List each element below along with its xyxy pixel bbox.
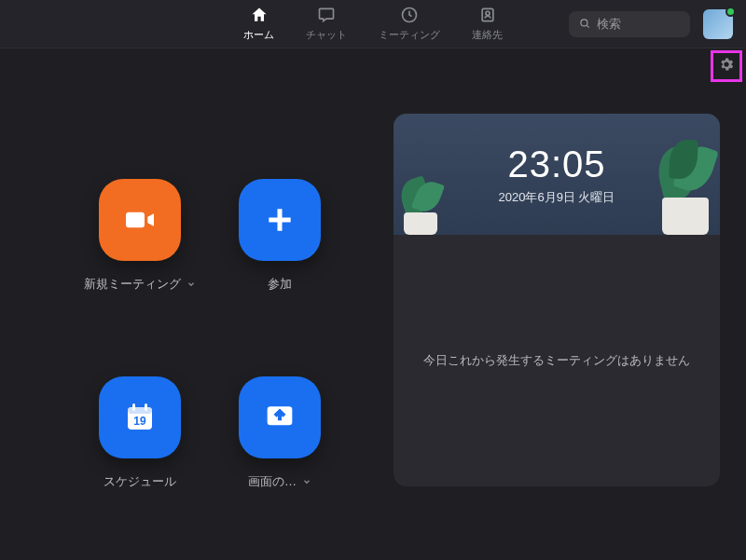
svg-rect-4 — [126, 212, 145, 228]
actions-area: 新規ミーティング 参加 19 スケジュール — [0, 48, 382, 560]
no-meetings-text: 今日これから発生するミーティングはありません — [423, 352, 690, 369]
svg-point-2 — [485, 11, 489, 15]
new-meeting-label: 新規ミーティング — [84, 276, 181, 293]
plus-icon — [239, 179, 321, 261]
svg-point-3 — [581, 19, 587, 25]
calendar-panel: 23:05 2020年6月9日 火曜日 今日これから発生するミーティングはありま… — [394, 114, 720, 486]
action-schedule[interactable]: 19 スケジュール — [84, 376, 196, 490]
calendar-hero: 23:05 2020年6月9日 火曜日 — [394, 114, 720, 235]
settings-button[interactable] — [711, 50, 742, 82]
svg-rect-7 — [132, 403, 135, 411]
share-icon — [239, 376, 321, 458]
tab-home[interactable]: ホーム — [243, 6, 274, 42]
tab-home-label: ホーム — [243, 28, 274, 42]
clock-icon — [400, 6, 419, 26]
tab-contacts-label: 連絡先 — [472, 28, 503, 42]
search-input[interactable]: 検索 — [569, 11, 690, 37]
home-icon — [250, 6, 269, 26]
calendar-day: 19 — [133, 415, 146, 428]
action-share-screen[interactable]: 画面の… — [224, 376, 336, 490]
share-label: 画面の… — [248, 473, 297, 490]
tab-meetings[interactable]: ミーティング — [379, 6, 440, 42]
action-new-meeting[interactable]: 新規ミーティング — [84, 179, 196, 293]
svg-rect-8 — [145, 403, 147, 411]
nav-tabs: ホーム チャット ミーティング 連絡先 — [243, 6, 503, 42]
contacts-icon — [478, 6, 497, 26]
schedule-label: スケジュール — [104, 473, 176, 490]
current-date: 2020年6月9日 火曜日 — [499, 189, 615, 206]
calendar-body: 今日これから発生するミーティングはありません — [394, 235, 720, 486]
gear-icon — [718, 56, 735, 76]
video-icon — [99, 179, 181, 261]
action-join[interactable]: 参加 — [224, 179, 336, 293]
chat-icon — [317, 6, 336, 26]
search-icon — [578, 17, 591, 33]
tab-chat[interactable]: チャット — [306, 6, 347, 42]
calendar-icon: 19 — [99, 376, 181, 458]
current-time: 23:05 — [507, 143, 605, 185]
chevron-down-icon[interactable] — [302, 475, 311, 489]
presence-indicator — [725, 7, 736, 17]
calendar-panel-area: 23:05 2020年6月9日 火曜日 今日これから発生するミーティングはありま… — [382, 48, 746, 560]
join-label: 参加 — [268, 276, 292, 293]
search-placeholder: 検索 — [597, 16, 621, 33]
svg-rect-6 — [128, 407, 152, 414]
top-bar: ホーム チャット ミーティング 連絡先 検索 — [0, 0, 746, 48]
tab-meetings-label: ミーティング — [379, 28, 440, 42]
tab-chat-label: チャット — [306, 28, 347, 42]
main-content: 新規ミーティング 参加 19 スケジュール — [0, 48, 746, 560]
plant-decoration — [399, 177, 442, 235]
chevron-down-icon[interactable] — [186, 278, 196, 292]
tab-contacts[interactable]: 連絡先 — [472, 6, 503, 42]
plant-decoration — [656, 138, 714, 235]
